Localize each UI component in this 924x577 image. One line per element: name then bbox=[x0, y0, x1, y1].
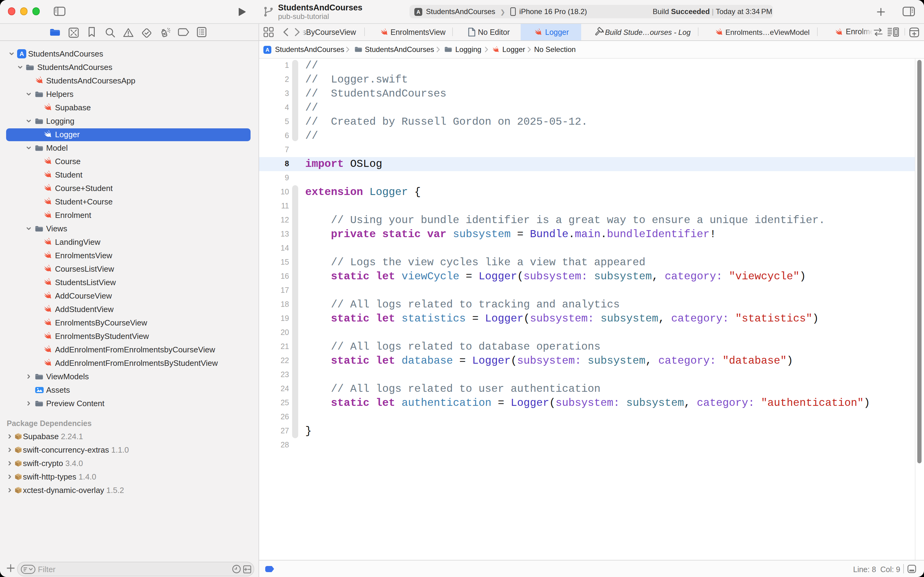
svg-text:A: A bbox=[266, 47, 269, 53]
svg-text:A: A bbox=[19, 50, 24, 57]
svg-text:A: A bbox=[417, 8, 420, 15]
